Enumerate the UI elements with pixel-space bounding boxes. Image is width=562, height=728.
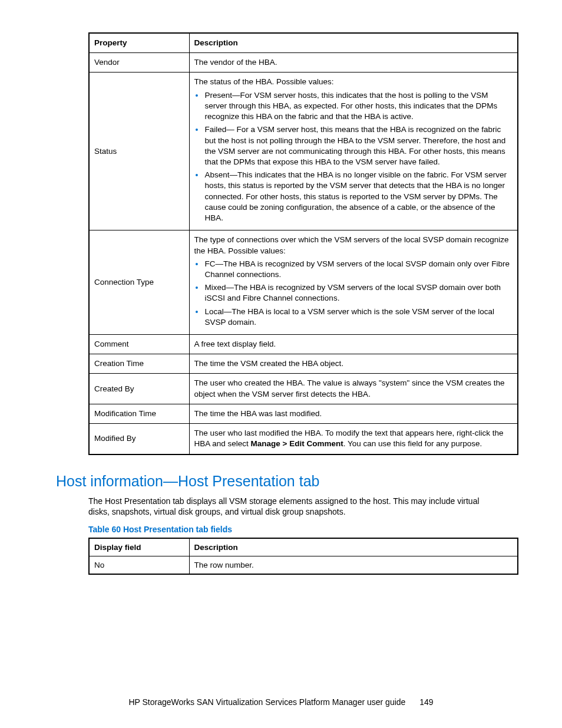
cell-property: Created By <box>89 374 189 404</box>
desc-post: . You can use this field for any purpose… <box>343 439 482 448</box>
desc-intro: The type of connections over which the V… <box>194 235 512 256</box>
table-row: Connection Type The type of connections … <box>89 230 518 335</box>
list-item: Local—The HBA is local to a VSM server w… <box>194 307 512 328</box>
desc-intro: The status of the HBA. Possible values: <box>194 77 512 87</box>
host-presentation-table: Display field Description No The row num… <box>88 538 518 575</box>
section-body: The Host Presentation tab displays all V… <box>88 496 501 518</box>
table-row: Comment A free text display field. <box>89 335 518 354</box>
table-row: No The row number. <box>89 556 518 575</box>
cell-property: Modified By <box>89 424 189 454</box>
bullet-list: Present—For VSM server hosts, this indic… <box>194 90 512 224</box>
table-row: Vendor The vendor of the HBA. <box>89 53 518 73</box>
list-item: Present—For VSM server hosts, this indic… <box>194 90 512 123</box>
footer-page-number: 149 <box>419 697 433 707</box>
table-header-row: Property Description <box>89 33 518 53</box>
table-row: Modification Time The time the HBA was l… <box>89 404 518 423</box>
col-header-property: Property <box>89 33 189 53</box>
cell-description: The time the VSM created the HBA object. <box>189 354 518 374</box>
cell-description: A free text display field. <box>189 335 518 354</box>
cell-description: The row number. <box>189 556 518 575</box>
table-row: Status The status of the HBA. Possible v… <box>89 73 518 230</box>
cell-display-field: No <box>89 556 189 575</box>
list-item: FC—The HBA is recognized by VSM servers … <box>194 259 512 280</box>
cell-property: Comment <box>89 335 189 354</box>
page-footer: HP StorageWorks SAN Virtualization Servi… <box>0 697 562 707</box>
section-heading: Host information—Host Presentation tab <box>56 473 497 490</box>
col-header-display-field: Display field <box>89 538 189 556</box>
cell-description: The time the HBA was last modified. <box>189 404 518 423</box>
col-header-description: Description <box>189 33 518 53</box>
footer-title: HP StorageWorks SAN Virtualization Servi… <box>128 697 405 707</box>
col-header-description: Description <box>189 538 518 556</box>
cell-description: The user who created the HBA. The value … <box>189 374 518 404</box>
list-item: Absent—This indicates that the HBA is no… <box>194 170 512 223</box>
cell-description: The type of connections over which the V… <box>189 230 518 335</box>
cell-property: Vendor <box>89 53 189 73</box>
cell-description: The status of the HBA. Possible values: … <box>189 73 518 230</box>
table-caption: Table 60 Host Presentation tab fields <box>88 525 497 534</box>
cell-property: Status <box>89 73 189 230</box>
cell-description: The user who last modified the HBA. To m… <box>189 424 518 454</box>
table-row: Created By The user who created the HBA.… <box>89 374 518 404</box>
table-row: Creation Time The time the VSM created t… <box>89 354 518 374</box>
bullet-list: FC—The HBA is recognized by VSM servers … <box>194 259 512 328</box>
property-description-table: Property Description Vendor The vendor o… <box>88 32 518 455</box>
cell-property: Modification Time <box>89 404 189 423</box>
cell-property: Connection Type <box>89 230 189 335</box>
cell-description: The vendor of the HBA. <box>189 53 518 73</box>
desc-bold: Manage > Edit Comment <box>251 439 343 448</box>
table-row: Modified By The user who last modified t… <box>89 424 518 454</box>
cell-property: Creation Time <box>89 354 189 374</box>
list-item: Failed— For a VSM server host, this mean… <box>194 124 512 167</box>
table-header-row: Display field Description <box>89 538 518 556</box>
list-item: Mixed—The HBA is recognized by VSM serve… <box>194 282 512 304</box>
